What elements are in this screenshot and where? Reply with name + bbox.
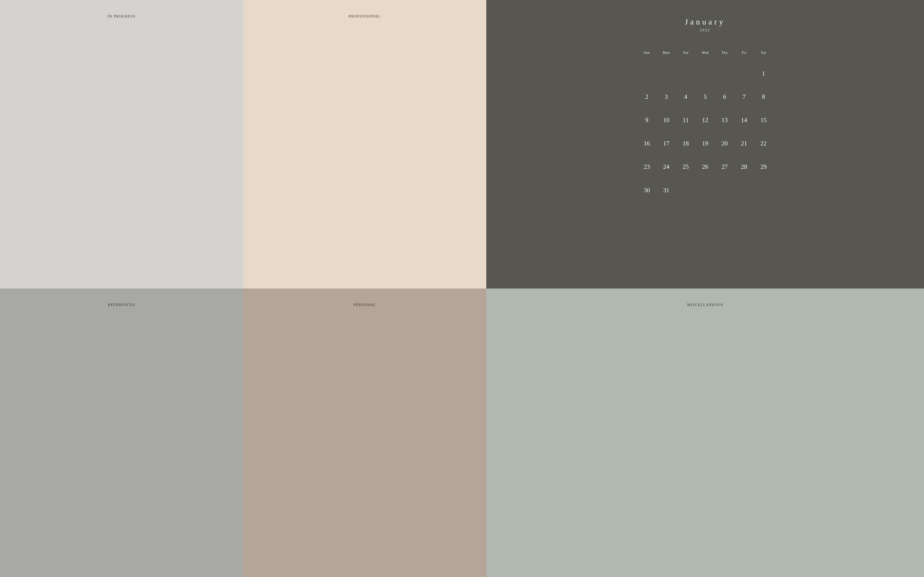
calendar-day-cell: 2 bbox=[637, 85, 656, 108]
calendar-day-cell: 25 bbox=[676, 155, 695, 179]
calendar-day-cell: 12 bbox=[695, 108, 715, 132]
calendar-week-row: 1 bbox=[637, 62, 773, 85]
calendar-day-cell: 3 bbox=[656, 85, 676, 108]
calendar-day-cell: 14 bbox=[734, 108, 754, 132]
miscellaneous-label: Miscellaneous bbox=[687, 303, 723, 307]
calendar-day-cell: 22 bbox=[754, 132, 773, 155]
calendar-day-cell: 29 bbox=[754, 155, 773, 179]
day-header-tue: Tue bbox=[676, 44, 695, 61]
calendar-day-cell bbox=[754, 179, 773, 202]
calendar-day-cell: 28 bbox=[734, 155, 754, 179]
day-header-sat: Sat bbox=[754, 44, 773, 61]
calendar-day-cell: 26 bbox=[695, 155, 715, 179]
calendar-day-cell bbox=[715, 179, 734, 202]
personal-panel: Personal bbox=[243, 288, 486, 577]
day-header-wed: Wed bbox=[695, 44, 715, 61]
day-header-sun: Sun bbox=[637, 44, 656, 61]
main-grid: In Progress Professional January 2022 Su… bbox=[0, 0, 924, 577]
calendar-day-cell bbox=[637, 62, 656, 85]
calendar-day-cell bbox=[734, 179, 754, 202]
calendar-day-cell bbox=[695, 62, 715, 85]
calendar-day-cell: 9 bbox=[637, 108, 656, 132]
references-label: References bbox=[108, 303, 135, 307]
calendar-day-cell bbox=[734, 62, 754, 85]
day-header-fri: Fri bbox=[734, 44, 754, 61]
miscellaneous-panel: Miscellaneous bbox=[486, 288, 924, 577]
professional-panel: Professional bbox=[243, 0, 486, 288]
calendar-day-cell: 15 bbox=[754, 108, 773, 132]
calendar-week-row: 2345678 bbox=[637, 85, 773, 108]
calendar-day-cell: 8 bbox=[754, 85, 773, 108]
calendar-day-cell: 13 bbox=[715, 108, 734, 132]
calendar-day-cell: 11 bbox=[676, 108, 695, 132]
calendar-day-cell bbox=[695, 179, 715, 202]
calendar-month: January bbox=[685, 17, 725, 26]
calendar-day-cell: 7 bbox=[734, 85, 754, 108]
calendar-week-row: 23242526272829 bbox=[637, 155, 773, 179]
in-progress-label: In Progress bbox=[108, 15, 136, 18]
day-header-thu: Thu bbox=[715, 44, 734, 61]
calendar-day-cell: 23 bbox=[637, 155, 656, 179]
calendar-day-cell: 5 bbox=[695, 85, 715, 108]
calendar-day-cell: 18 bbox=[676, 132, 695, 155]
calendar-day-cell: 19 bbox=[695, 132, 715, 155]
calendar-week-row: 16171819202122 bbox=[637, 132, 773, 155]
in-progress-panel: In Progress bbox=[0, 0, 243, 288]
calendar-day-cell bbox=[676, 179, 695, 202]
professional-label: Professional bbox=[349, 15, 381, 18]
calendar-day-cell: 17 bbox=[656, 132, 676, 155]
calendar-day-cell: 4 bbox=[676, 85, 695, 108]
calendar-day-cell: 1 bbox=[754, 62, 773, 85]
calendar-week-row: 9101112131415 bbox=[637, 108, 773, 132]
calendar-day-cell: 10 bbox=[656, 108, 676, 132]
calendar-week-row: 3031 bbox=[637, 179, 773, 202]
calendar-day-cell: 21 bbox=[734, 132, 754, 155]
calendar-day-cell: 27 bbox=[715, 155, 734, 179]
calendar-day-cell: 30 bbox=[637, 179, 656, 202]
calendar-table: Sun Mon Tue Wed Thu Fri Sat 123456789101… bbox=[637, 44, 773, 202]
personal-label: Personal bbox=[354, 303, 376, 307]
calendar-year: 2022 bbox=[700, 28, 711, 32]
calendar-day-cell: 24 bbox=[656, 155, 676, 179]
calendar-day-cell bbox=[656, 62, 676, 85]
calendar-day-cell: 6 bbox=[715, 85, 734, 108]
calendar-day-cell bbox=[676, 62, 695, 85]
calendar-day-cell bbox=[715, 62, 734, 85]
day-header-mon: Mon bbox=[656, 44, 676, 61]
calendar-day-cell: 16 bbox=[637, 132, 656, 155]
calendar-day-cell: 31 bbox=[656, 179, 676, 202]
calendar-header-row: Sun Mon Tue Wed Thu Fri Sat bbox=[637, 44, 773, 61]
references-panel: References bbox=[0, 288, 243, 577]
calendar-section: January 2022 Sun Mon Tue Wed Thu Fri Sat… bbox=[486, 0, 924, 288]
calendar-day-cell: 20 bbox=[715, 132, 734, 155]
